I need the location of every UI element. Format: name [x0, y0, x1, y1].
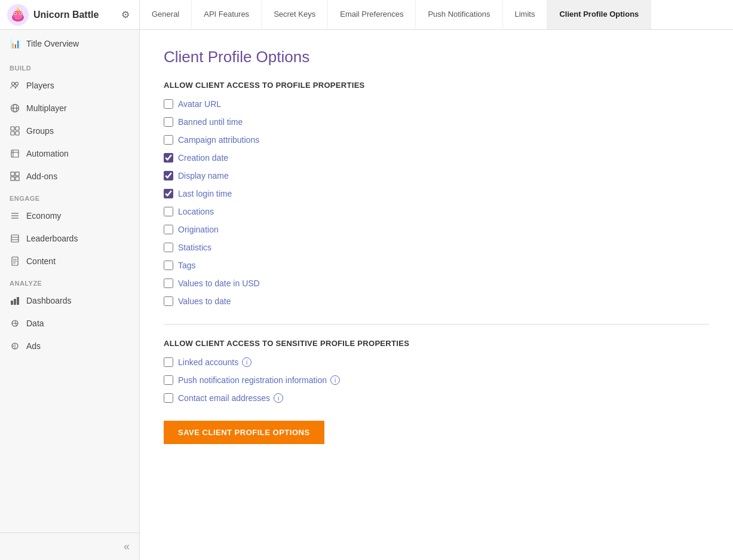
checkbox-values-to-date-input[interactable]	[164, 296, 173, 306]
automation-icon	[10, 148, 20, 159]
sidebar-data-label: Data	[26, 319, 44, 328]
checkbox-campaign-attributions-input[interactable]	[164, 135, 173, 145]
section-divider	[164, 324, 709, 325]
checkbox-push-notification-reg[interactable]: Push notification registration informati…	[164, 375, 709, 385]
app-name: Unicorn Battle	[33, 10, 99, 20]
contact-email-info-icon[interactable]: i	[274, 393, 283, 403]
leaderboards-icon	[10, 233, 20, 244]
sidebar-item-content[interactable]: Content	[0, 250, 139, 273]
svg-rect-20	[11, 172, 14, 176]
save-button[interactable]: SAVE CLIENT PROFILE OPTIONS	[164, 421, 324, 444]
svg-rect-35	[14, 299, 16, 305]
checkbox-linked-accounts[interactable]: Linked accounts i	[164, 357, 709, 367]
checkbox-contact-email-input[interactable]	[164, 393, 173, 403]
checkbox-origination-input[interactable]	[164, 225, 173, 234]
checkbox-banned-until-time-input[interactable]	[164, 117, 173, 127]
sidebar-item-dashboards[interactable]: Dashboards	[0, 289, 139, 312]
app-logo-icon	[7, 4, 29, 26]
sensitive-properties-list: Linked accounts i Push notification regi…	[164, 357, 709, 403]
sidebar-ads-label: Ads	[26, 341, 41, 351]
checkbox-values-to-date[interactable]: Values to date	[164, 296, 709, 306]
tab-secret-keys[interactable]: Secret Keys	[262, 0, 328, 29]
sidebar-multiplayer-label: Multiplayer	[26, 103, 67, 113]
checkbox-tags-input[interactable]	[164, 261, 173, 270]
checkbox-avatar-url-input[interactable]	[164, 99, 173, 109]
svg-rect-13	[11, 127, 14, 130]
checkbox-push-notification-reg-input[interactable]	[164, 375, 173, 385]
checkbox-creation-date[interactable]: Creation date	[164, 153, 709, 163]
sidebar-item-ads[interactable]: Ads	[0, 335, 139, 357]
sidebar-collapse-button[interactable]: «	[0, 533, 139, 560]
sidebar-dashboards-label: Dashboards	[26, 296, 72, 305]
sidebar-item-automation[interactable]: Automation	[0, 142, 139, 165]
checkbox-avatar-url-label: Avatar URL	[178, 99, 221, 109]
checkbox-values-to-date-usd[interactable]: Values to date in USD	[164, 279, 709, 288]
checkbox-statistics-input[interactable]	[164, 243, 173, 252]
sidebar-item-players[interactable]: Players	[0, 74, 139, 97]
main-layout: 📊 Title Overview BUILD Players Multiplay…	[0, 30, 733, 560]
tab-push-notifications[interactable]: Push Notifications	[416, 0, 502, 29]
checkbox-contact-email[interactable]: Contact email addresses i	[164, 393, 709, 403]
addons-icon	[10, 171, 20, 182]
checkbox-banned-until-time[interactable]: Banned until time	[164, 117, 709, 127]
checkbox-statistics[interactable]: Statistics	[164, 243, 709, 252]
sidebar-item-data[interactable]: Data	[0, 312, 139, 335]
checkbox-tags[interactable]: Tags	[164, 261, 709, 270]
sidebar-players-label: Players	[26, 81, 54, 90]
sidebar-content-label: Content	[26, 256, 56, 266]
checkbox-display-name-input[interactable]	[164, 171, 173, 180]
svg-rect-16	[16, 131, 19, 135]
sidebar-item-economy[interactable]: Economy	[0, 204, 139, 227]
svg-rect-23	[16, 177, 19, 180]
tab-api-features[interactable]: API Features	[192, 0, 262, 29]
svg-rect-34	[11, 301, 13, 305]
sidebar-section-analyze: ANALYZE	[0, 273, 139, 289]
checkbox-origination[interactable]: Origination	[164, 225, 709, 234]
sidebar-section-engage: ENGAGE	[0, 188, 139, 204]
content-icon	[10, 256, 20, 267]
checkbox-linked-accounts-input[interactable]	[164, 357, 173, 367]
checkbox-statistics-label: Statistics	[178, 243, 211, 252]
checkbox-values-to-date-usd-input[interactable]	[164, 279, 173, 288]
checkbox-locations-input[interactable]	[164, 207, 173, 216]
svg-point-9	[16, 82, 19, 85]
settings-button[interactable]: ⚙	[119, 7, 132, 23]
checkbox-locations-label: Locations	[178, 207, 214, 216]
checkbox-last-login-time-input[interactable]	[164, 189, 173, 198]
checkbox-campaign-attributions[interactable]: Campaign attributions	[164, 135, 709, 145]
sidebar-leaderboards-label: Leaderboards	[26, 234, 78, 243]
data-icon	[10, 318, 20, 329]
tab-email-preferences[interactable]: Email Preferences	[328, 0, 416, 29]
linked-accounts-info-icon[interactable]: i	[242, 357, 252, 367]
checkbox-linked-accounts-label: Linked accounts i	[178, 357, 252, 367]
svg-rect-36	[17, 297, 19, 305]
checkbox-last-login-time[interactable]: Last login time	[164, 189, 709, 198]
sidebar-item-addons[interactable]: Add-ons	[0, 165, 139, 188]
checkbox-locations[interactable]: Locations	[164, 207, 709, 216]
sidebar-item-multiplayer[interactable]: Multiplayer	[0, 97, 139, 120]
checkbox-avatar-url[interactable]: Avatar URL	[164, 99, 709, 109]
push-notification-reg-info-icon[interactable]: i	[330, 375, 340, 385]
sidebar-item-groups[interactable]: Groups	[0, 120, 139, 142]
section1-heading: ALLOW CLIENT ACCESS TO PROFILE PROPERTIE…	[164, 81, 709, 90]
svg-point-2	[13, 10, 23, 20]
sidebar-addons-label: Add-ons	[26, 172, 57, 181]
checkbox-creation-date-input[interactable]	[164, 153, 173, 163]
svg-rect-14	[16, 127, 19, 130]
tab-limits[interactable]: Limits	[503, 0, 548, 29]
sidebar: 📊 Title Overview BUILD Players Multiplay…	[0, 30, 140, 560]
content-area: Client Profile Options ALLOW CLIENT ACCE…	[140, 30, 733, 560]
tab-client-profile-options[interactable]: Client Profile Options	[547, 0, 651, 29]
checkbox-display-name[interactable]: Display name	[164, 171, 709, 180]
economy-icon	[10, 210, 20, 221]
tab-general[interactable]: General	[140, 0, 192, 29]
sidebar-item-title-overview[interactable]: 📊 Title Overview	[0, 30, 139, 57]
svg-rect-22	[11, 177, 14, 180]
svg-point-6	[15, 13, 16, 14]
section2-heading: ALLOW CLIENT ACCESS TO SENSITIVE PROFILE…	[164, 339, 709, 348]
sidebar-automation-label: Automation	[26, 149, 69, 158]
sidebar-item-leaderboards[interactable]: Leaderboards	[0, 227, 139, 250]
svg-rect-21	[16, 172, 19, 176]
checkbox-display-name-label: Display name	[178, 171, 229, 180]
svg-point-42	[13, 345, 14, 347]
